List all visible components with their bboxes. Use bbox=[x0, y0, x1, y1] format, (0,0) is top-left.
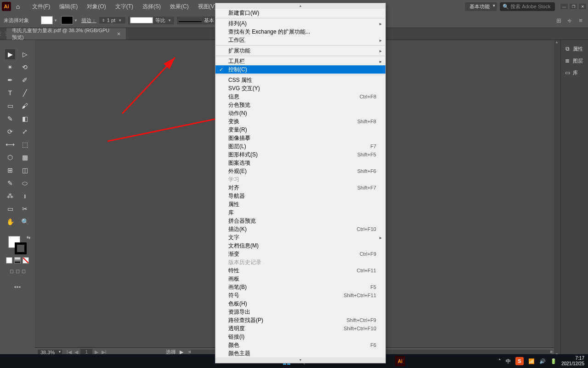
artboard-tool[interactable]: ▭ bbox=[5, 204, 15, 214]
width-profile[interactable]: 等比▼ bbox=[128, 17, 174, 24]
scale-tool[interactable]: ⤢ bbox=[20, 126, 30, 137]
close-icon[interactable]: × bbox=[117, 31, 120, 37]
chevron-down-icon[interactable]: ▼ bbox=[73, 18, 79, 23]
clock[interactable]: 7:17 2021/12/25 bbox=[561, 356, 584, 367]
menu-extensions[interactable]: 扩展功能 bbox=[215, 46, 385, 55]
stroke-label[interactable]: 描边： bbox=[81, 17, 96, 24]
taskbar-illustrator[interactable]: Ai bbox=[395, 356, 405, 366]
edit-toolbar[interactable]: ••• bbox=[14, 283, 21, 291]
menu-scroll-down[interactable]: ▾ bbox=[215, 357, 385, 363]
menu-control[interactable]: 控制(C) bbox=[215, 65, 385, 74]
zoom-tool[interactable]: 🔍 bbox=[20, 217, 30, 227]
rotate-tool[interactable]: ⟳ bbox=[5, 126, 15, 137]
minimize-button[interactable]: — bbox=[560, 4, 568, 9]
draw-behind-icon[interactable]: ◻ bbox=[16, 268, 20, 274]
menu-svg-interactivity[interactable]: SVG 交互(Y) bbox=[215, 84, 385, 92]
panel-properties[interactable]: ⧉属性 bbox=[561, 43, 588, 55]
menu-brushes[interactable]: 画笔(B)F5 bbox=[215, 283, 385, 291]
wifi-icon[interactable]: 📶 bbox=[528, 358, 535, 364]
lasso-tool[interactable]: ⟲ bbox=[20, 62, 30, 72]
slice-tool[interactable]: ✂ bbox=[20, 204, 30, 214]
curvature-tool[interactable]: ✐ bbox=[20, 75, 30, 85]
menu-toolbar[interactable]: 工具栏 bbox=[215, 57, 385, 65]
eraser-tool[interactable]: ◧ bbox=[20, 114, 30, 124]
menu-separations-preview[interactable]: 分色预览 bbox=[215, 101, 385, 109]
gradient-tool[interactable]: ◫ bbox=[20, 165, 30, 175]
close-button[interactable]: ✕ bbox=[579, 4, 586, 9]
swap-icon[interactable]: ⇆ bbox=[27, 235, 30, 240]
volume-icon[interactable]: 🔊 bbox=[539, 358, 546, 364]
menu-attributes[interactable]: 属性 bbox=[215, 200, 385, 208]
menu-actions[interactable]: 动作(N) bbox=[215, 109, 385, 117]
magic-wand-tool[interactable]: ✴ bbox=[5, 62, 15, 72]
menu-appearance[interactable]: 外观(E)Shift+F6 bbox=[215, 167, 385, 175]
menu-info[interactable]: 信息Ctrl+F8 bbox=[215, 92, 385, 101]
search-input[interactable]: 🔍搜索 Adobe Stock bbox=[500, 2, 555, 11]
menu-edit[interactable]: 编辑(E) bbox=[55, 3, 82, 11]
menu-character-styles[interactable]: 特性Ctrl+F11 bbox=[215, 266, 385, 275]
line-tool[interactable]: ╱ bbox=[20, 88, 30, 98]
free-transform-tool[interactable]: ⬚ bbox=[20, 139, 30, 150]
home-icon[interactable]: ⌂ bbox=[13, 1, 23, 12]
menu-graphic-styles[interactable]: 图形样式(S)Shift+F5 bbox=[215, 150, 385, 159]
menu-document-info[interactable]: 文档信息(M) bbox=[215, 242, 385, 250]
doc-setup-icon[interactable]: ⊞ bbox=[555, 17, 562, 24]
color-mode-none[interactable] bbox=[23, 257, 29, 264]
menu-css-properties[interactable]: CSS 属性 bbox=[215, 76, 385, 84]
menu-object[interactable]: 对象(O) bbox=[82, 3, 110, 11]
blend-tool[interactable]: ⬭ bbox=[20, 178, 30, 188]
mesh-tool[interactable]: ⊞ bbox=[5, 165, 15, 175]
stroke-box[interactable] bbox=[15, 242, 27, 254]
menu-effect[interactable]: 效果(C) bbox=[165, 3, 193, 11]
menu-workspace[interactable]: 工作区 bbox=[215, 36, 385, 44]
shaper-tool[interactable]: ✎ bbox=[5, 114, 15, 124]
document-tab[interactable]: 韦氏儿童智力量表.pdf @ 38.3% (RGB/GPU 预览) × bbox=[6, 28, 126, 40]
fill-swatch[interactable] bbox=[41, 16, 53, 24]
hand-tool[interactable]: ✋ bbox=[5, 217, 15, 227]
workspace-switcher[interactable]: 基本功能 bbox=[465, 2, 497, 11]
stroke-weight-input[interactable]: ⇕1 pt▼ bbox=[99, 17, 125, 23]
width-tool[interactable]: ⟷ bbox=[5, 139, 15, 150]
menu-pattern-options[interactable]: 图案选项 bbox=[215, 159, 385, 167]
menu-arrange[interactable]: 排列(A) bbox=[215, 19, 385, 28]
pen-tool[interactable]: ✒ bbox=[5, 75, 15, 85]
column-graph-tool[interactable]: ⫾ bbox=[20, 191, 30, 201]
fill-stroke-indicator[interactable]: ⇆ bbox=[8, 236, 27, 254]
menu-scroll-up[interactable]: ▴ bbox=[215, 3, 385, 9]
menu-flattener-preview[interactable]: 拼合器预览 bbox=[215, 217, 385, 225]
menu-libraries[interactable]: 库 bbox=[215, 208, 385, 217]
vertical-scrollbar[interactable] bbox=[554, 40, 560, 356]
color-mode-gradient[interactable] bbox=[14, 257, 21, 264]
sogou-ime-icon[interactable]: S bbox=[515, 357, 524, 365]
menu-transparency[interactable]: 透明度Shift+Ctrl+F10 bbox=[215, 324, 385, 333]
rectangle-tool[interactable]: ▭ bbox=[5, 101, 15, 111]
draw-normal-icon[interactable]: ◻ bbox=[10, 268, 14, 274]
direct-selection-tool[interactable]: ▷ bbox=[20, 49, 30, 59]
panel-layers[interactable]: ≣图层 bbox=[561, 55, 588, 67]
menu-stroke[interactable]: 描边(K)Ctrl+F10 bbox=[215, 225, 385, 233]
battery-icon[interactable]: 🔋 bbox=[550, 358, 557, 364]
menu-image-trace[interactable]: 图像描摹 bbox=[215, 134, 385, 142]
menu-swatches[interactable]: 色板(H) bbox=[215, 299, 385, 308]
menu-symbols[interactable]: 符号Shift+Ctrl+F11 bbox=[215, 291, 385, 299]
menu-artboards[interactable]: 画板 bbox=[215, 275, 385, 283]
menu-transform[interactable]: 变换Shift+F8 bbox=[215, 117, 385, 126]
stroke-swatch[interactable] bbox=[61, 16, 73, 24]
color-mode-solid[interactable] bbox=[6, 257, 12, 264]
menu-layers[interactable]: 图层(L)F7 bbox=[215, 142, 385, 150]
menu-asset-export[interactable]: 资源导出 bbox=[215, 308, 385, 316]
paintbrush-tool[interactable]: 🖌 bbox=[20, 101, 30, 111]
maximize-button[interactable]: ❐ bbox=[570, 4, 577, 9]
menu-select[interactable]: 选择(S) bbox=[138, 3, 165, 11]
menu-gradient[interactable]: 渐变Ctrl+F9 bbox=[215, 250, 385, 258]
draw-inside-icon[interactable]: ◻ bbox=[22, 268, 26, 274]
menu-color[interactable]: 颜色F6 bbox=[215, 341, 385, 349]
menu-pathfinder[interactable]: 路径查找器(P)Shift+Ctrl+F9 bbox=[215, 316, 385, 324]
shape-builder-tool[interactable]: ⬡ bbox=[5, 152, 15, 162]
perspective-tool[interactable]: ▦ bbox=[20, 152, 30, 162]
symbol-sprayer-tool[interactable]: ⁂ bbox=[5, 191, 15, 201]
panel-libraries[interactable]: ▭库 bbox=[561, 67, 588, 79]
type-tool[interactable]: T bbox=[5, 88, 15, 98]
menu-navigator[interactable]: 导航器 bbox=[215, 192, 385, 200]
eyedropper-tool[interactable]: ✎ bbox=[5, 178, 15, 188]
